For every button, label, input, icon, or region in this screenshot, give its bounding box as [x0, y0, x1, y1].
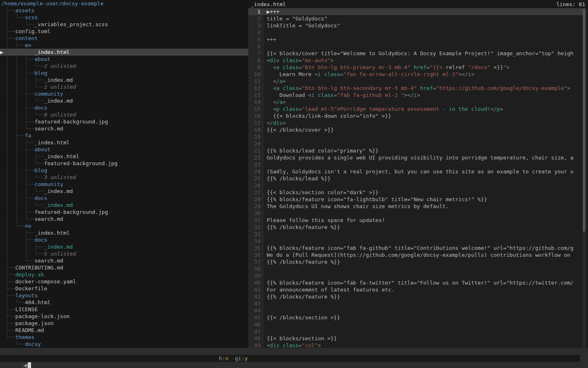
line-number: 16: [248, 112, 264, 119]
main-area: /home/example-user/docsy-example ├──asse…: [0, 0, 588, 348]
line-content: (Sadly, Goldydocs isn't a real project, …: [264, 168, 573, 175]
tree-branch-lines: │ └──: [6, 21, 34, 28]
tree-item[interactable]: │ │ ├──_index.md: [0, 243, 248, 250]
tree-item[interactable]: │ │ │ └──_index.md: [0, 97, 248, 104]
selection-pointer-icon: [0, 292, 6, 299]
code-line: 20: [248, 140, 583, 147]
tree-item[interactable]: ├──package.json: [0, 320, 248, 327]
code-line: 45{{< /blocks/section >}}: [248, 314, 583, 321]
file-name: config.toml: [15, 28, 50, 35]
tree-item[interactable]: ├──CONTRIBUTING.md: [0, 264, 248, 271]
tree-item[interactable]: │ │ └──search.md: [0, 215, 248, 222]
tree-item[interactable]: │ │ ├──about: [0, 146, 248, 153]
tree-item[interactable]: │ │ ├──about: [0, 56, 248, 63]
line-number: 20: [248, 140, 264, 147]
tree-branch-lines: ├──: [6, 320, 15, 327]
preview-scrollbar[interactable]: [583, 8, 586, 348]
line-number: 14: [248, 99, 264, 105]
tree-item[interactable]: ├──config.toml: [0, 28, 248, 35]
tree-item[interactable]: │ │ ├──docs: [0, 195, 248, 202]
command-input-bar: :e h:n gi:y: [0, 355, 588, 362]
tree-item[interactable]: │ │ │ └──2 unlisted: [0, 63, 248, 70]
tree-item[interactable]: │ ├──en: [0, 42, 248, 49]
tree-item[interactable]: │ │ │ ├──_index.html: [0, 153, 248, 160]
tree-item[interactable]: │ │ ├──blog: [0, 167, 248, 174]
tree-branch-lines: │ │ │ └──: [6, 188, 44, 195]
code-line: 34: [248, 238, 583, 245]
file-name: _variables_project.scss: [34, 21, 108, 28]
tree-item[interactable]: │ │ └──search.md: [0, 125, 248, 132]
tree-item[interactable]: ├──README.md: [0, 327, 248, 334]
line-content: [264, 272, 267, 279]
tree-item[interactable]: │ │ │ └──_index.md: [0, 202, 248, 209]
tree-item[interactable]: │ └──scss: [0, 14, 248, 21]
tree-item[interactable]: ├──layouts: [0, 292, 248, 299]
tree-item[interactable]: │ │ ├──_index.html: [0, 139, 248, 146]
line-content: [264, 210, 267, 217]
selection-pointer-icon: [0, 341, 6, 348]
tree-item[interactable]: │ │ │ └──9 unlisted: [0, 111, 248, 118]
tree-item[interactable]: └──themes: [0, 334, 248, 341]
unlisted-count: 9 unlisted: [44, 111, 76, 118]
tree-item[interactable]: ├──docker-compose.yaml: [0, 278, 248, 285]
tree-item[interactable]: │ │ │ ├──_index.md: [0, 76, 248, 83]
tree-item[interactable]: ├──assets: [0, 7, 248, 14]
selection-pointer-icon: [0, 146, 6, 153]
line-content: [264, 133, 267, 140]
tree-item[interactable]: │ ├──_index.html: [0, 229, 248, 236]
selection-pointer-icon: [0, 90, 6, 97]
tree-item[interactable]: ├──LICENSE: [0, 306, 248, 313]
selection-pointer-icon: [0, 35, 6, 42]
tree-item[interactable]: │ └──404.html: [0, 299, 248, 306]
tree-item[interactable]: ├──content: [0, 35, 248, 42]
tree-item[interactable]: │ └──no: [0, 222, 248, 229]
directory-name: blog: [34, 70, 47, 76]
preview-lines: 1▶+++2title = "Goldydocs"3linkTitle = "G…: [248, 8, 583, 348]
tree-item[interactable]: │ │ │ └──featured-background.jpg: [0, 160, 248, 167]
line-content: {{% /blocks/lead %}}: [264, 175, 331, 182]
tree-item[interactable]: │ │ ├──featured-background.jpg: [0, 118, 248, 125]
tree-branch-lines: │ │ │ └──: [6, 63, 44, 70]
line-number: 38: [248, 265, 264, 272]
tree-item[interactable]: ├──deploy.sh: [0, 271, 248, 278]
directory-name: no: [25, 222, 31, 229]
line-content: {{% /blocks/feature %}}: [264, 293, 340, 300]
line-number: 5: [248, 36, 264, 43]
line-number: 1: [248, 8, 264, 15]
tree-item[interactable]: │ │ │ └──3 unlisted: [0, 174, 248, 181]
tree-item[interactable]: │ │ ├──featured-background.jpg: [0, 209, 248, 215]
tree-item[interactable]: │ ├──fa: [0, 132, 248, 139]
tree-item[interactable]: ├──Dockerfile: [0, 285, 248, 292]
tree-item[interactable]: │ └──search.md: [0, 257, 248, 264]
code-line: 33: [248, 231, 583, 238]
tree-item[interactable]: └──docsy: [0, 341, 248, 348]
code-line: 3linkTitle = "Goldydocs": [248, 22, 583, 29]
tree-item[interactable]: │ ├──docs: [0, 236, 248, 243]
file-name: _index.md: [44, 188, 73, 195]
preview-header: _index.html lines: 81: [248, 0, 588, 8]
tree-item[interactable]: │ │ │ └──_index.md: [0, 188, 248, 195]
tree-branch-lines: │ │ ├──: [6, 167, 34, 174]
line-number: 18: [248, 126, 264, 133]
code-line: 5+++: [248, 36, 583, 43]
tree-item[interactable]: │ │ ├──community: [0, 90, 248, 97]
selection-pointer-icon: [0, 132, 6, 139]
tree-item[interactable]: │ │ └──5 unlisted: [0, 250, 248, 257]
command-input[interactable]: :e h:n gi:y: [0, 355, 580, 362]
root-path[interactable]: /home/example-user/docsy-example: [0, 0, 248, 7]
tree-branch-lines: │ │ ├──: [6, 118, 34, 125]
tree-item[interactable]: │ │ ├──blog: [0, 70, 248, 76]
file-name: featured-background.jpg: [34, 118, 108, 125]
tree-item[interactable]: ▶│ │ ├──_index.html: [0, 49, 248, 56]
code-line: 2title = "Goldydocs": [248, 15, 583, 22]
tree-item[interactable]: │ │ │ └──2 unlisted: [0, 83, 248, 90]
code-line: 16 {{< blocks/link-down color="info" >}}: [248, 112, 583, 119]
line-content: [264, 265, 267, 272]
tree-item[interactable]: │ └──_variables_project.scss: [0, 21, 248, 28]
line-content: +++: [264, 36, 276, 43]
selection-pointer-icon: [0, 334, 6, 341]
scrollbar-thumb[interactable]: [583, 9, 586, 231]
tree-item[interactable]: ├──package-lock.json: [0, 313, 248, 320]
tree-item[interactable]: │ │ ├──community: [0, 181, 248, 188]
tree-item[interactable]: │ │ ├──docs: [0, 104, 248, 111]
